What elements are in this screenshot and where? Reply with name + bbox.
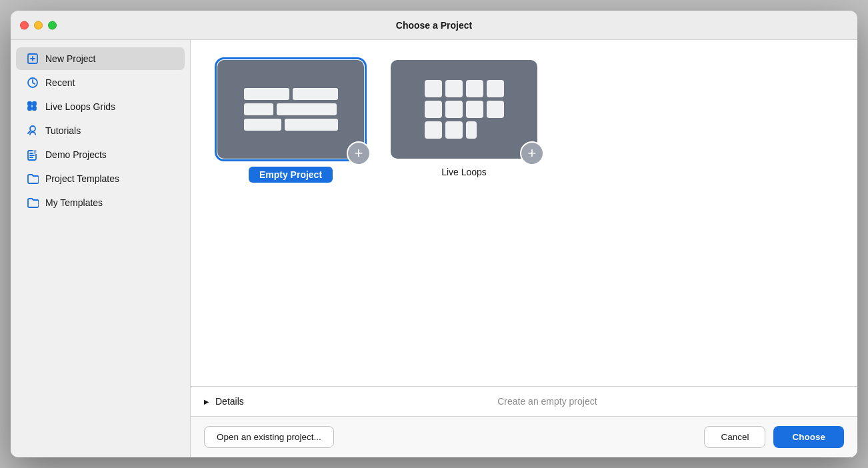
- minimize-button[interactable]: [34, 21, 43, 29]
- main-content: New Project Recent Live Loops Grids: [11, 40, 857, 457]
- svg-rect-5: [33, 107, 36, 110]
- main-window: Choose a Project New Project Recent: [11, 11, 857, 457]
- details-description: Create an empty project: [251, 396, 844, 407]
- empty-project-card[interactable]: + Empty Project: [217, 60, 364, 183]
- live-loops-card[interactable]: + Live Loops: [391, 60, 537, 177]
- sidebar-item-label: Project Templates: [45, 173, 119, 184]
- details-bar: ▸ Details Create an empty project: [191, 386, 857, 416]
- svg-point-6: [30, 126, 35, 131]
- recent-icon: [27, 77, 39, 89]
- sidebar-item-new-project[interactable]: New Project: [16, 47, 185, 70]
- empty-project-icon: [239, 83, 343, 136]
- sidebar-item-label: Live Loops Grids: [45, 101, 115, 112]
- sidebar: New Project Recent Live Loops Grids: [11, 40, 191, 457]
- choose-button[interactable]: Choose: [773, 426, 844, 448]
- right-buttons: Cancel Choose: [704, 426, 844, 448]
- sidebar-item-tutorials[interactable]: Tutorials: [16, 119, 185, 142]
- sidebar-item-label: New Project: [45, 53, 95, 64]
- my-templates-icon: [27, 197, 39, 209]
- traffic-lights: [20, 21, 57, 29]
- sidebar-item-my-templates[interactable]: My Templates: [16, 191, 185, 214]
- sidebar-item-project-templates[interactable]: Project Templates: [16, 167, 185, 190]
- live-loops-grids-icon: [27, 101, 39, 113]
- sidebar-item-label: Demo Projects: [45, 149, 107, 160]
- live-loops-label: Live Loops: [441, 167, 487, 177]
- empty-project-label: Empty Project: [249, 167, 333, 183]
- empty-project-plus-button[interactable]: +: [347, 141, 371, 165]
- right-pane: + Empty Project: [191, 40, 857, 457]
- svg-rect-4: [28, 107, 31, 110]
- live-loops-plus-button[interactable]: +: [520, 141, 544, 165]
- details-chevron-icon[interactable]: ▸: [204, 397, 209, 407]
- maximize-button[interactable]: [48, 21, 57, 29]
- new-project-icon: [27, 53, 39, 65]
- live-loops-thumbnail[interactable]: +: [391, 60, 537, 159]
- svg-rect-3: [33, 102, 36, 105]
- open-existing-button[interactable]: Open an existing project...: [204, 426, 334, 448]
- content-area: + Empty Project: [191, 40, 857, 386]
- title-bar: Choose a Project: [11, 11, 857, 40]
- tutorials-icon: [27, 125, 39, 137]
- window-title: Choose a Project: [396, 20, 472, 31]
- sidebar-item-label: Tutorials: [45, 125, 81, 136]
- close-button[interactable]: [20, 21, 29, 29]
- svg-rect-2: [28, 102, 31, 105]
- details-label: Details: [215, 396, 244, 407]
- cancel-button[interactable]: Cancel: [704, 426, 765, 448]
- sidebar-item-live-loops-grids[interactable]: Live Loops Grids: [16, 95, 185, 118]
- project-templates-icon: [27, 173, 39, 185]
- sidebar-item-label: Recent: [45, 77, 75, 88]
- sidebar-item-demo-projects[interactable]: Demo Projects: [16, 143, 185, 166]
- sidebar-item-label: My Templates: [45, 197, 103, 208]
- live-loops-grid: [415, 71, 513, 148]
- empty-project-thumbnail[interactable]: +: [217, 60, 364, 159]
- action-bar: Open an existing project... Cancel Choos…: [191, 416, 857, 457]
- sidebar-item-recent[interactable]: Recent: [16, 71, 185, 94]
- demo-projects-icon: [27, 149, 39, 161]
